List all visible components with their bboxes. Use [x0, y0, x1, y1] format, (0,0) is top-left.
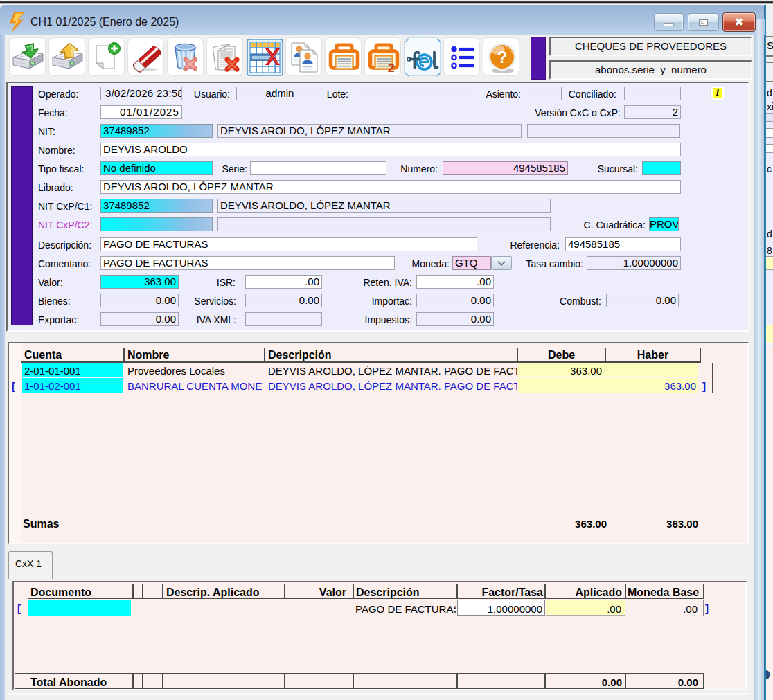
svg-text:2: 2: [388, 62, 394, 73]
svg-text:?: ?: [497, 48, 508, 66]
